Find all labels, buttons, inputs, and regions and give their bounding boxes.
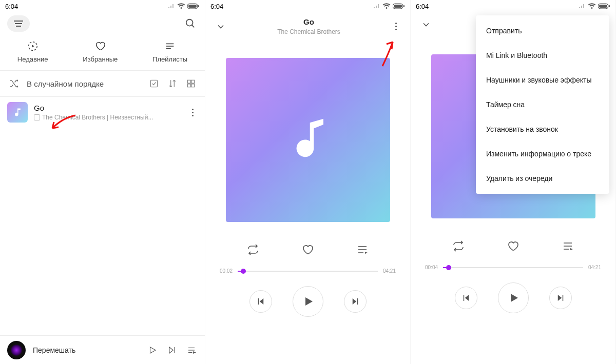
progress-bar: 00:02 04:21 (205, 266, 410, 276)
next-button[interactable] (344, 290, 367, 313)
screen-library: 6:04 Недавние Избранные Плейлисты В случ… (0, 0, 205, 364)
menu-item-sleep-timer[interactable]: Таймер сна (476, 92, 609, 117)
svg-rect-13 (187, 84, 190, 87)
status-time: 6:04 (416, 3, 429, 10)
mini-play-button[interactable] (146, 344, 159, 356)
queue-button[interactable] (355, 242, 370, 257)
search-button[interactable] (183, 16, 198, 31)
recent-icon (27, 40, 39, 52)
player-secondary-controls (205, 222, 410, 266)
battery-icon (598, 3, 610, 9)
svg-marker-41 (465, 295, 469, 301)
sort-icon[interactable] (167, 78, 178, 89)
tab-recent[interactable]: Недавние (17, 40, 48, 63)
svg-rect-35 (599, 5, 607, 8)
battery-icon (187, 3, 200, 9)
wifi-icon (177, 3, 185, 9)
grid-icon[interactable] (185, 78, 197, 89)
svg-rect-11 (187, 80, 190, 83)
player-more-button[interactable] (390, 23, 402, 30)
favorite-button[interactable] (300, 242, 315, 257)
now-playing-disc[interactable] (7, 341, 26, 359)
previous-button[interactable] (249, 290, 272, 313)
svg-rect-14 (191, 84, 195, 87)
svg-rect-24 (403, 5, 405, 7)
transport-controls (205, 276, 410, 327)
previous-button[interactable] (455, 287, 477, 309)
tab-favorites[interactable]: Избранные (83, 40, 118, 63)
screen-player: 6:04 Go The Chemical Brothers 00:02 04:2… (205, 0, 410, 364)
svg-point-3 (186, 19, 193, 26)
status-time: 6:04 (210, 3, 223, 10)
seek-track[interactable] (238, 271, 378, 272)
screen-player-menu: 6:04 Отправить Mi Link и Bluetooth Наушн… (411, 0, 615, 364)
menu-item-sound-effects[interactable]: Наушники и звуковые эффекты (476, 68, 609, 92)
queue-icon (356, 244, 369, 256)
tab-recent-label: Недавние (17, 55, 48, 63)
cellular-icon (168, 4, 175, 9)
status-icons (373, 3, 405, 9)
tab-playlists[interactable]: Плейлисты (152, 40, 187, 63)
mini-player-label: Перемешать (33, 346, 139, 354)
tabs: Недавние Избранные Плейлисты (0, 35, 205, 71)
menu-item-set-ringtone[interactable]: Установить на звонок (476, 117, 609, 141)
mini-next-button[interactable] (166, 344, 178, 356)
favorite-button[interactable] (506, 239, 520, 253)
progress-bar: 00:04 04:21 (411, 262, 615, 272)
heart-icon (94, 40, 106, 52)
next-icon (351, 297, 360, 306)
svg-marker-31 (305, 297, 313, 306)
track-row[interactable]: Go The Chemical Brothers | Неизвестный..… (0, 97, 205, 128)
chevron-down-icon (216, 22, 226, 32)
wifi-icon (382, 3, 391, 9)
queue-button[interactable] (561, 239, 575, 253)
track-info: Go The Chemical Brothers | Неизвестный..… (34, 104, 181, 121)
mini-player: Перемешать (0, 335, 205, 364)
battery-icon (393, 3, 405, 9)
svg-rect-45 (562, 295, 563, 301)
transport-controls (411, 272, 615, 323)
svg-marker-6 (32, 45, 34, 48)
collapse-button[interactable] (419, 17, 433, 32)
menu-item-share[interactable]: Отправить (476, 18, 609, 43)
play-button[interactable] (498, 282, 529, 313)
cellular-icon (579, 4, 586, 9)
svg-marker-15 (150, 347, 156, 353)
svg-rect-1 (188, 5, 197, 8)
svg-rect-10 (150, 80, 157, 87)
repeat-icon (452, 240, 465, 252)
time-elapsed: 00:02 (220, 268, 233, 274)
repeat-button[interactable] (246, 242, 260, 257)
shuffle-icon[interactable] (8, 78, 20, 89)
svg-rect-2 (198, 5, 199, 7)
track-more-button[interactable] (187, 109, 198, 116)
next-button[interactable] (549, 287, 572, 309)
status-icons (579, 3, 610, 9)
queue-icon (562, 240, 574, 252)
shuffle-label[interactable]: В случайном порядке (27, 79, 104, 88)
svg-marker-43 (511, 294, 518, 302)
svg-rect-30 (258, 298, 259, 305)
svg-marker-40 (570, 248, 573, 250)
menu-item-milink[interactable]: Mi Link и Bluetooth (476, 43, 609, 68)
album-art[interactable] (226, 58, 390, 222)
collapse-button[interactable] (214, 19, 228, 34)
play-button[interactable] (293, 286, 323, 317)
menu-button[interactable] (7, 15, 30, 32)
select-all-icon[interactable] (148, 78, 160, 89)
search-icon (185, 18, 196, 29)
menu-item-edit-info[interactable]: Изменить информацию о треке (476, 141, 609, 166)
time-elapsed: 00:04 (425, 265, 438, 270)
heart-icon (507, 240, 519, 252)
top-bar (0, 12, 205, 35)
menu-item-remove-queue[interactable]: Удалить из очереди (476, 166, 609, 191)
seek-track[interactable] (443, 267, 583, 268)
svg-marker-29 (259, 298, 263, 305)
player-header: Go The Chemical Brothers (205, 12, 410, 41)
mini-queue-button[interactable] (185, 344, 198, 356)
chevron-down-icon (421, 19, 431, 30)
svg-marker-44 (557, 295, 562, 301)
tab-playlists-label: Плейлисты (152, 55, 187, 63)
time-total: 04:21 (588, 265, 601, 270)
repeat-button[interactable] (451, 239, 466, 253)
